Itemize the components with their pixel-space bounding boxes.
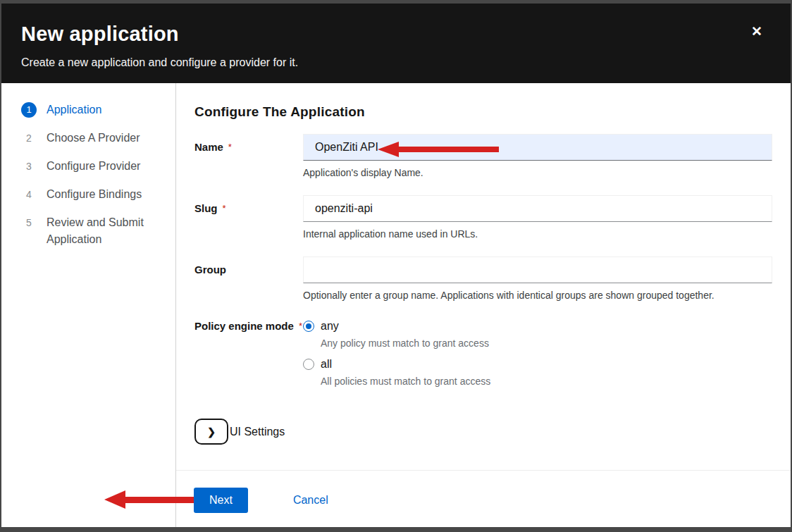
step-label: Configure Provider bbox=[47, 158, 140, 175]
radio-any-label: any bbox=[321, 320, 339, 333]
cancel-link[interactable]: Cancel bbox=[293, 488, 328, 513]
step-label: Configure Bindings bbox=[47, 186, 142, 203]
modal-header: New application Create a new application… bbox=[1, 4, 791, 83]
name-label: Name bbox=[194, 141, 223, 153]
ui-settings-row: ❯ UI Settings bbox=[194, 419, 772, 445]
group-input[interactable] bbox=[303, 256, 772, 283]
modal-body: 1 Application 2 Choose A Provider 3 Conf… bbox=[1, 83, 791, 527]
chevron-right-icon: ❯ bbox=[207, 427, 216, 437]
radio-option-all[interactable]: all bbox=[303, 358, 772, 371]
step-label: Review and Submit Application bbox=[47, 214, 161, 248]
group-field-row: Group Optionally enter a group name. App… bbox=[194, 256, 772, 301]
required-asterisk: * bbox=[299, 321, 302, 331]
radio-option-any[interactable]: any bbox=[303, 320, 772, 333]
slug-helper-text: Internal application name used in URLs. bbox=[303, 228, 772, 240]
name-input[interactable] bbox=[303, 134, 772, 161]
ui-settings-label: UI Settings bbox=[230, 426, 285, 438]
section-heading: Configure The Application bbox=[194, 104, 772, 120]
page-title: New application bbox=[21, 23, 774, 46]
wizard-step-review-submit[interactable]: 5 Review and Submit Application bbox=[21, 214, 161, 248]
wizard-step-choose-provider[interactable]: 2 Choose A Provider bbox=[21, 130, 161, 147]
radio-all-unselected-icon[interactable] bbox=[303, 359, 314, 370]
policy-engine-mode-radio-group: any Any policy must match to grant acces… bbox=[303, 318, 772, 396]
required-asterisk: * bbox=[223, 203, 226, 214]
page-subtitle: Create a new application and configure a… bbox=[21, 56, 774, 69]
name-helper-text: Application's display Name. bbox=[303, 167, 772, 178]
modal-footer: Next Cancel bbox=[176, 470, 791, 527]
step-number-badge: 2 bbox=[21, 130, 37, 146]
group-label: Group bbox=[194, 264, 226, 276]
radio-any-helper-text: Any policy must match to grant access bbox=[321, 338, 772, 349]
step-number-badge: 4 bbox=[21, 187, 37, 202]
radio-any-selected-icon[interactable] bbox=[303, 321, 314, 332]
name-field-row: Name* Application's display Name. bbox=[194, 134, 772, 178]
slug-input[interactable] bbox=[303, 195, 772, 222]
radio-all-helper-text: All policies must match to grant access bbox=[321, 376, 772, 387]
wizard-step-configure-provider[interactable]: 3 Configure Provider bbox=[21, 158, 161, 175]
wizard-step-configure-bindings[interactable]: 4 Configure Bindings bbox=[21, 186, 161, 203]
step-number-badge: 1 bbox=[21, 102, 37, 118]
step-number-badge: 5 bbox=[21, 215, 37, 230]
group-helper-text: Optionally enter a group name. Applicati… bbox=[303, 290, 772, 301]
close-button[interactable]: ✕ bbox=[751, 25, 762, 38]
form-content: Configure The Application Name* Applicat… bbox=[176, 83, 791, 470]
step-number-badge: 3 bbox=[21, 159, 37, 174]
radio-all-label: all bbox=[321, 358, 332, 371]
slug-label: Slug bbox=[194, 202, 218, 214]
step-label: Application bbox=[47, 101, 101, 118]
next-button[interactable]: Next bbox=[194, 488, 248, 513]
slug-field-row: Slug* Internal application name used in … bbox=[194, 195, 772, 240]
ui-settings-expand-button[interactable]: ❯ bbox=[194, 419, 228, 445]
policy-engine-mode-label: Policy engine mode bbox=[194, 320, 294, 332]
required-asterisk: * bbox=[228, 142, 232, 152]
close-icon: ✕ bbox=[751, 24, 762, 39]
main-panel: Configure The Application Name* Applicat… bbox=[176, 83, 791, 527]
wizard-sidebar: 1 Application 2 Choose A Provider 3 Conf… bbox=[1, 83, 176, 527]
step-label: Choose A Provider bbox=[47, 130, 140, 147]
policy-engine-mode-row: Policy engine mode* any Any policy must … bbox=[194, 318, 772, 396]
wizard-step-application[interactable]: 1 Application bbox=[21, 101, 161, 118]
new-application-modal: New application Create a new application… bbox=[1, 4, 791, 527]
